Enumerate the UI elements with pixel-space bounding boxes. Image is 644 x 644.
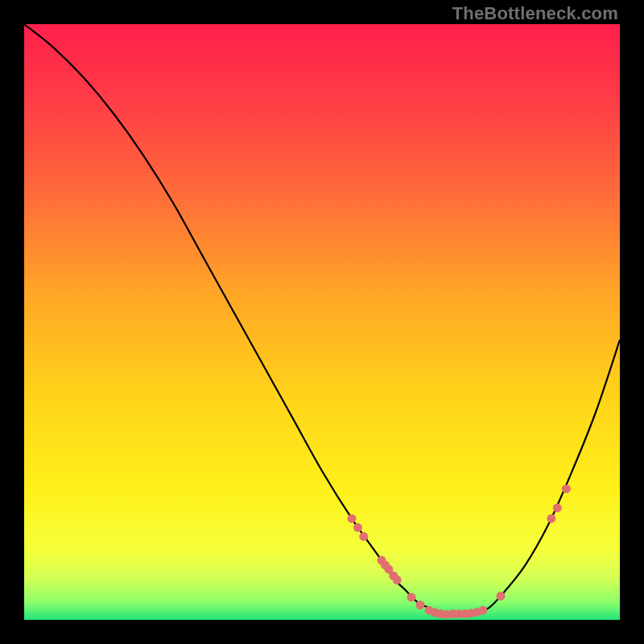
data-marker xyxy=(478,606,487,615)
data-marker xyxy=(393,576,402,584)
data-marker xyxy=(562,485,571,493)
data-marker xyxy=(407,592,416,601)
data-marker xyxy=(547,514,555,523)
watermark-text: TheBottleneck.com xyxy=(452,3,618,24)
data-marker xyxy=(416,601,425,609)
chart-frame: TheBottleneck.com xyxy=(0,0,644,644)
data-marker xyxy=(497,592,506,601)
curve-layer xyxy=(24,24,620,620)
plot-area xyxy=(24,24,620,620)
data-marker xyxy=(353,523,362,532)
data-marker xyxy=(553,503,562,512)
data-marker xyxy=(359,532,368,541)
data-markers xyxy=(348,485,571,619)
bottleneck-curve xyxy=(24,24,620,614)
data-marker xyxy=(348,514,357,523)
